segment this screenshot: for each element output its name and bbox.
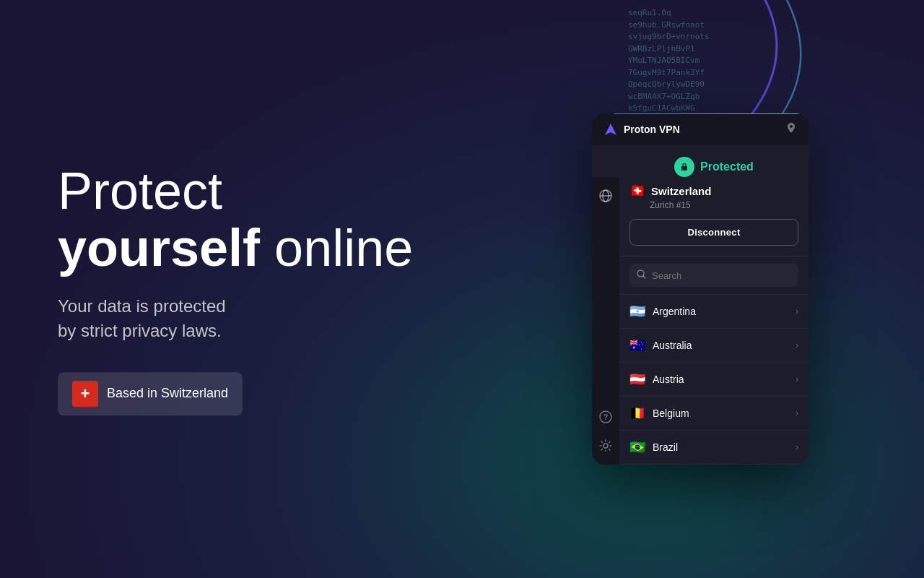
disconnect-button[interactable]: Disconnect [629,219,798,246]
vpn-titlebar: Proton VPN [592,113,808,145]
connected-country-name: Switzerland [651,185,711,197]
headline-normal: online [274,219,413,277]
vpn-sidebar: ? [592,177,619,465]
svg-line-9 [643,276,645,278]
connected-server-detail: Zurich #15 [650,200,798,210]
headline: Protect yourself online [58,163,413,277]
left-content: Protect yourself online Your data is pro… [58,163,413,415]
country-name-brazil: Brazil [653,441,796,453]
status-indicator: Protected [629,157,798,177]
country-list: 🇦🇷 Argentina › 🇦🇺 Australia › 🇦🇹 Austria… [619,294,808,465]
subtitle: Your data is protected by strict privacy… [58,295,413,343]
chevron-right-icon: › [796,374,798,384]
search-input-wrap[interactable] [629,264,798,287]
status-text: Protected [700,160,754,173]
settings-icon[interactable] [598,439,613,453]
globe-icon[interactable] [598,189,613,203]
flag-austria: 🇦🇹 [629,371,645,387]
svg-text:?: ? [603,413,609,421]
server-info: 🇨🇭 Switzerland Zurich #15 [629,183,798,210]
swiss-flag-icon [72,381,98,407]
country-item-argentina[interactable]: 🇦🇷 Argentina › [619,295,808,329]
svg-marker-0 [605,124,616,135]
headline-line1: Protect [58,162,222,220]
swiss-badge: Based in Switzerland [58,372,243,415]
svg-rect-7 [681,166,687,171]
vpn-window: Proton VPN ? [592,113,808,465]
headline-bold: yourself [58,219,260,277]
country-name-belgium: Belgium [653,407,796,419]
country-item-australia[interactable]: 🇦🇺 Australia › [619,329,808,363]
country-item-belgium[interactable]: 🇧🇪 Belgium › [619,397,808,431]
lock-icon [674,157,694,177]
search-icon [637,269,646,281]
flag-belgium: 🇧🇪 [629,405,645,421]
country-name-australia: Australia [653,340,796,351]
location-pin-icon[interactable] [785,122,797,137]
search-section [619,256,808,294]
flag-brazil: 🇧🇷 [629,439,645,455]
swiss-badge-text: Based in Switzerland [107,386,228,401]
chevron-right-icon: › [796,408,798,418]
proton-vpn-logo-icon [603,122,618,137]
flag-argentina: 🇦🇷 [629,303,645,319]
flag-australia: 🇦🇺 [629,337,645,353]
vpn-title: Proton VPN [624,124,680,135]
country-item-brazil[interactable]: 🇧🇷 Brazil › [619,431,808,465]
chevron-right-icon: › [796,306,798,316]
svg-point-6 [603,444,608,448]
chevron-right-icon: › [796,442,798,452]
search-input[interactable] [652,270,791,281]
country-item-austria[interactable]: 🇦🇹 Austria › [619,363,808,397]
vpn-main-panel: Protected 🇨🇭 Switzerland Zurich #15 Disc… [619,145,808,465]
vpn-content-area: ? [592,145,808,465]
help-icon[interactable]: ? [598,410,613,424]
chevron-right-icon: › [796,340,798,350]
country-name-argentina: Argentina [653,306,796,317]
connected-country-flag: 🇨🇭 [629,183,645,199]
status-section: Protected 🇨🇭 Switzerland Zurich #15 Disc… [619,145,808,256]
current-server-row: 🇨🇭 Switzerland [629,183,798,199]
country-name-austria: Austria [653,374,796,385]
